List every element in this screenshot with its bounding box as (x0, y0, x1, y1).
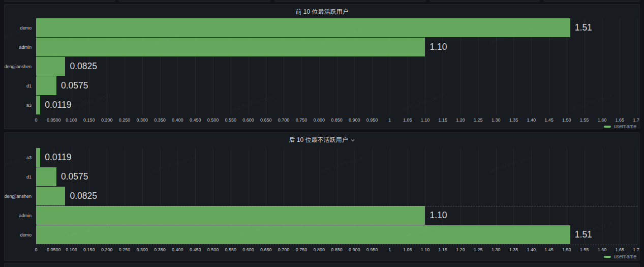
value-label: 0.0825 (70, 57, 97, 76)
category-label: d1 (26, 76, 32, 96)
x-tick-label: 0.700 (278, 117, 290, 123)
x-tick-label: 1.30 (492, 247, 501, 253)
x-tick-label: 1.60 (598, 117, 607, 123)
x-tick-label: 0.600 (242, 247, 254, 253)
panel-least-active-users: 后 10 位最不活跃用户 a30.0119d10.0575dengjianshe… (4, 132, 640, 261)
dashed-gridline (36, 245, 637, 245)
value-label: 0.0119 (45, 96, 71, 115)
category-label: a3 (26, 96, 32, 115)
x-tick-label: 0.550 (225, 247, 236, 253)
x-tick-label: 0.200 (101, 247, 113, 253)
x-tick-label: 1.05 (403, 117, 412, 123)
x-tick-label: 0.950 (366, 247, 378, 253)
bar-demo[interactable] (36, 18, 570, 37)
gridline (602, 18, 602, 115)
category-label: a3 (26, 148, 32, 167)
value-label: 0.0119 (45, 148, 71, 167)
bar-admin[interactable] (36, 206, 425, 225)
x-tick-label: 1.60 (598, 247, 607, 253)
legend-item-username[interactable]: username (604, 124, 636, 129)
value-label: 0.0575 (61, 167, 88, 187)
x-tick-label: 1.65 (615, 117, 624, 123)
value-label: 0.0575 (61, 76, 88, 96)
x-tick-label: 1.55 (580, 247, 589, 253)
x-tick-label: 1.55 (580, 117, 589, 123)
x-tick-label: 1.25 (474, 117, 483, 123)
panel-title-text: 前 10 位最活跃用户 (295, 8, 348, 16)
x-tick-label: 1 (388, 247, 391, 253)
bar-dengjianshen[interactable] (36, 187, 65, 205)
x-tick-label: 1.20 (456, 117, 465, 123)
chevron-down-icon[interactable] (350, 138, 355, 143)
x-tick-label: 1.65 (615, 247, 624, 253)
x-axis: 00.05000.1000.1500.2000.2500.3000.3500.4… (36, 117, 637, 123)
x-tick-label: 0.500 (207, 247, 219, 253)
panel-title[interactable]: 后 10 位最不活跃用户 (5, 135, 639, 145)
x-tick-label: 0.700 (278, 247, 290, 253)
x-tick-label: 1.10 (421, 117, 430, 123)
category-label: dengjianshen (4, 57, 32, 76)
x-tick-label: 1.15 (438, 247, 447, 253)
gridline (620, 148, 620, 245)
x-tick-label: 0.950 (366, 117, 378, 123)
x-tick-label: 0.850 (331, 247, 343, 253)
watermark-text: demo@titanide.cn (5, 154, 29, 174)
x-tick-label: 1.25 (474, 247, 483, 253)
category-label: demo (20, 225, 32, 245)
x-tick-label: 1.10 (421, 247, 430, 253)
category-label: d1 (26, 167, 32, 187)
bar-chart-plot: demo1.51admin1.10dengjianshen0.0825d10.0… (36, 18, 637, 115)
bar-admin[interactable] (36, 38, 425, 56)
x-tick-label: 1.15 (438, 117, 447, 123)
panel-title-text: 后 10 位最不活跃用户 (289, 136, 348, 144)
legend-item-username[interactable]: username (604, 254, 636, 259)
x-tick-label: 0.900 (349, 247, 360, 253)
clipped-panel (274, 0, 426, 2)
x-tick-label: 1.45 (544, 247, 554, 253)
clipped-panel (544, 0, 640, 2)
x-tick-label: 0.850 (331, 117, 343, 123)
x-tick-label: 1.70 (633, 247, 640, 253)
bar-a3[interactable] (36, 148, 40, 167)
x-tick-label: 0 (35, 117, 37, 123)
x-tick-label: 0.200 (101, 117, 113, 123)
panel-top-active-users: 前 10 位最活跃用户 demo1.51admin1.10dengjianshe… (4, 4, 640, 129)
x-tick-label: 0.150 (83, 117, 95, 123)
bar-chart-plot: a30.0119d10.0575dengjianshen0.0825admin1… (36, 148, 637, 245)
x-tick-label: 0.350 (154, 247, 166, 253)
x-tick-label: 1.40 (527, 117, 536, 123)
legend-series-swatch (604, 256, 611, 258)
x-tick-label: 0.0500 (47, 247, 61, 253)
x-tick-label: 0.750 (296, 117, 308, 123)
clipped-panel-below (4, 263, 640, 267)
gridline (602, 148, 602, 245)
panel-title[interactable]: 前 10 位最活跃用户 (5, 7, 639, 17)
gridline (637, 18, 638, 115)
x-tick-label: 0.250 (119, 117, 131, 123)
dashed-gridline (36, 206, 637, 206)
clipped-panel (4, 0, 115, 2)
x-tick-label: 0.550 (225, 117, 236, 123)
bar-dengjianshen[interactable] (36, 57, 65, 76)
clipped-panel (119, 0, 270, 2)
x-axis: 00.05000.1000.1500.2000.2500.3000.3500.4… (36, 247, 637, 253)
x-tick-label: 1 (388, 117, 391, 123)
value-label: 1.51 (575, 225, 592, 245)
x-tick-label: 0.450 (190, 117, 201, 123)
clipped-panel (430, 0, 540, 2)
x-tick-label: 1.40 (527, 247, 536, 253)
x-tick-label: 1.05 (403, 247, 412, 253)
x-tick-label: 1.35 (509, 247, 518, 253)
x-tick-label: 0.150 (83, 247, 95, 253)
x-tick-label: 0.900 (349, 117, 360, 123)
x-tick-label: 0.400 (172, 247, 183, 253)
x-tick-label: 0 (35, 247, 37, 253)
x-tick-label: 1.50 (562, 247, 571, 253)
value-label: 1.10 (430, 206, 447, 225)
bar-demo[interactable] (36, 225, 570, 244)
bar-a3[interactable] (36, 96, 40, 114)
grafana-dashboard: 前 10 位最活跃用户 demo1.51admin1.10dengjianshe… (0, 0, 644, 267)
bar-d1[interactable] (36, 76, 56, 95)
legend-series-swatch (604, 126, 611, 128)
bar-d1[interactable] (36, 167, 56, 186)
